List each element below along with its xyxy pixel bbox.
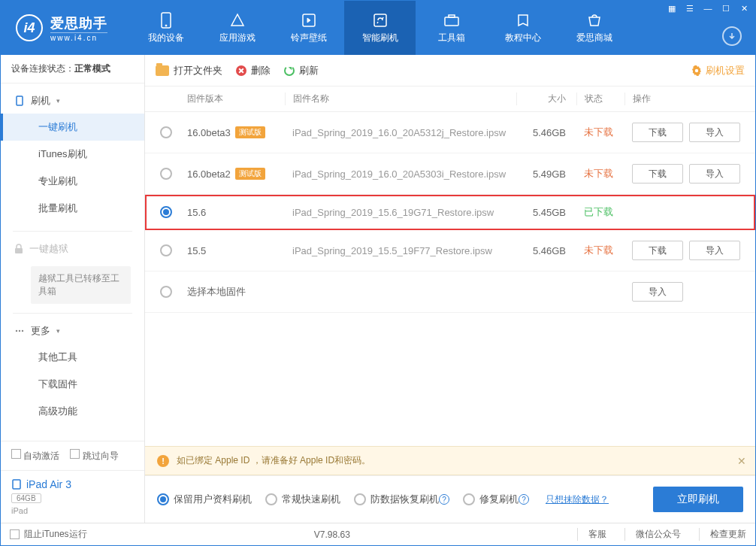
firmware-row[interactable]: 15.5 iPad_Spring_2019_15.5_19F77_Restore… <box>145 230 755 271</box>
download-button[interactable]: 下载 <box>632 241 683 260</box>
flash-icon <box>14 96 25 106</box>
radio-icon[interactable] <box>160 244 172 256</box>
conn-mode: 正常模式 <box>74 63 110 74</box>
customer-service-link[interactable]: 客服 <box>577 528 606 541</box>
firmware-rows: 16.0beta3测试版 iPad_Spring_2019_16.0_20A53… <box>145 112 755 446</box>
cell-version: 15.5 <box>187 245 285 256</box>
folder-icon <box>156 65 169 76</box>
sidebar-group-flash[interactable]: 刷机 ▾ <box>1 88 144 114</box>
minimize-icon[interactable]: — <box>700 2 716 14</box>
firmware-row[interactable]: 16.0beta3测试版 iPad_Spring_2019_16.0_20A53… <box>145 112 755 153</box>
device-capacity: 64GB <box>11 493 41 503</box>
jailbreak-note: 越狱工具已转移至工具箱 <box>31 266 131 304</box>
sidebar-item[interactable]: 其他工具 <box>1 344 144 371</box>
nav-icon <box>513 12 533 29</box>
delete-button[interactable]: 删除 <box>236 64 271 77</box>
device-type: iPad <box>11 506 134 515</box>
beta-badge: 测试版 <box>235 126 265 138</box>
nav-tab[interactable]: 智能刷机 <box>344 1 416 55</box>
sidebar-item[interactable]: 高级功能 <box>1 398 144 425</box>
sidebar-item[interactable]: iTunes刷机 <box>1 141 144 168</box>
connection-status: 设备连接状态：正常模式 <box>1 55 144 83</box>
cell-status: 未下载 <box>576 167 624 180</box>
radio-icon[interactable] <box>160 206 172 218</box>
close-icon[interactable]: ✕ <box>736 2 752 14</box>
nav-icon <box>228 12 247 29</box>
sidebar-item[interactable]: 一键刷机 <box>1 114 144 141</box>
erase-data-link[interactable]: 只想抹除数据？ <box>546 493 609 506</box>
device-name[interactable]: iPad Air 3 <box>11 478 134 490</box>
opt-keep-data[interactable]: 保留用户资料刷机 <box>157 493 252 506</box>
svg-point-1 <box>165 25 167 26</box>
import-button[interactable]: 导入 <box>689 123 740 142</box>
col-ops: 操作 <box>624 93 745 105</box>
radio-icon[interactable] <box>160 286 172 298</box>
grid-icon[interactable]: ▦ <box>664 2 680 14</box>
help-icon[interactable]: ? <box>519 494 529 505</box>
nav-icon <box>156 12 176 29</box>
cell-status: 未下载 <box>576 126 624 139</box>
download-circle-icon[interactable] <box>722 26 742 46</box>
cell-filename: iPad_Spring_2019_16.0_20A5312j_Restore.i… <box>285 127 516 138</box>
nav-tab[interactable]: 应用游戏 <box>201 1 273 55</box>
header: i4 爱思助手 www.i4.cn 我的设备应用游戏铃声壁纸智能刷机工具箱教程中… <box>1 1 755 55</box>
opt-normal-fast[interactable]: 常规快速刷机 <box>265 493 340 506</box>
skip-wizard-checkbox[interactable]: 跳过向导 <box>70 449 118 463</box>
nav-tab[interactable]: 我的设备 <box>130 1 201 55</box>
svg-rect-4 <box>445 17 458 26</box>
nav-icon <box>299 12 319 29</box>
col-name: 固件名称 <box>285 93 516 105</box>
sidebar-item[interactable]: 下载固件 <box>1 371 144 398</box>
maximize-icon[interactable]: ☐ <box>718 2 734 14</box>
nav-tab[interactable]: 教程中心 <box>487 1 558 55</box>
nav-tab[interactable]: 工具箱 <box>416 1 487 55</box>
open-folder-button[interactable]: 打开文件夹 <box>156 64 222 77</box>
flash-settings-button[interactable]: 刷机设置 <box>691 64 745 77</box>
tablet-icon <box>11 479 22 490</box>
list-icon[interactable]: ☰ <box>682 2 698 14</box>
cell-version: 16.0beta3测试版 <box>187 126 285 138</box>
nav-tab[interactable]: 铃声壁纸 <box>273 1 344 55</box>
cell-size: 5.45GB <box>516 207 576 218</box>
version-label: V7.98.63 <box>105 529 559 540</box>
sidebar-item[interactable]: 专业刷机 <box>1 168 144 195</box>
flash-now-button[interactable]: 立即刷机 <box>653 487 743 512</box>
cell-size: 5.46GB <box>516 245 576 256</box>
close-notice-icon[interactable]: ✕ <box>737 455 746 467</box>
nav-tab[interactable]: 爱思商城 <box>558 1 630 55</box>
cell-version: 16.0beta2测试版 <box>187 168 285 180</box>
firmware-row[interactable]: 16.0beta2测试版 iPad_Spring_2019_16.0_20A53… <box>145 153 755 195</box>
import-button[interactable]: 导入 <box>632 282 683 302</box>
logo[interactable]: i4 爱思助手 www.i4.cn <box>1 14 122 42</box>
import-button[interactable]: 导入 <box>689 241 740 260</box>
gear-icon <box>691 65 702 76</box>
auto-activate-checkbox[interactable]: 自动激活 <box>11 449 59 463</box>
cell-status: 已下载 <box>576 205 624 219</box>
opt-repair[interactable]: 修复刷机? <box>463 493 529 506</box>
svg-rect-3 <box>374 14 386 26</box>
firmware-row[interactable]: 15.6 iPad_Spring_2019_15.6_19G71_Restore… <box>145 195 755 230</box>
device-info: iPad Air 3 64GB iPad <box>1 470 144 523</box>
action-bar: 保留用户资料刷机 常规快速刷机 防数据恢复刷机? 修复刷机? 只想抹除数据？ 立… <box>145 475 755 523</box>
opt-anti-recovery[interactable]: 防数据恢复刷机? <box>354 493 449 506</box>
radio-icon[interactable] <box>160 168 172 180</box>
help-icon[interactable]: ? <box>439 494 449 505</box>
download-button[interactable]: 下载 <box>632 164 683 184</box>
cell-size: 5.49GB <box>516 168 576 180</box>
top-nav: 我的设备应用游戏铃声壁纸智能刷机工具箱教程中心爱思商城 <box>130 1 630 55</box>
radio-icon[interactable] <box>160 126 172 138</box>
cell-status: 未下载 <box>576 244 624 257</box>
cell-filename: iPad_Spring_2019_16.0_20A5303i_Restore.i… <box>285 168 516 180</box>
wechat-link[interactable]: 微信公众号 <box>624 528 681 541</box>
col-status: 状态 <box>576 93 624 105</box>
download-button[interactable]: 下载 <box>632 123 683 142</box>
check-update-link[interactable]: 检查更新 <box>699 528 746 541</box>
sidebar-group-more[interactable]: 更多 ▾ <box>1 318 144 344</box>
nav-icon <box>370 12 390 29</box>
import-button[interactable]: 导入 <box>689 164 740 184</box>
sidebar-item[interactable]: 批量刷机 <box>1 195 144 222</box>
local-firmware-row[interactable]: 选择本地固件 导入 <box>145 271 755 313</box>
refresh-button[interactable]: 刷新 <box>284 64 319 77</box>
block-itunes-checkbox[interactable]: 阻止iTunes运行 <box>10 528 87 541</box>
chevron-down-icon: ▾ <box>56 97 60 105</box>
